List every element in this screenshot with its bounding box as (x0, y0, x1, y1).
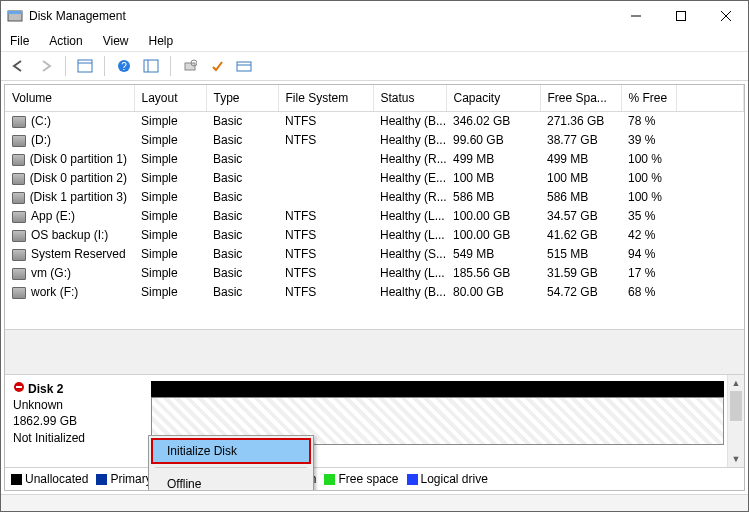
table-row[interactable]: (D:)SimpleBasicNTFSHealthy (B...99.60 GB… (5, 131, 744, 150)
cell-type: Basic (206, 169, 278, 188)
cell-pct: 100 % (621, 188, 676, 207)
table-row[interactable]: OS backup (I:)SimpleBasicNTFSHealthy (L.… (5, 226, 744, 245)
cell-capacity: 100.00 GB (446, 207, 540, 226)
minimize-button[interactable] (613, 1, 658, 31)
cell-free: 34.57 GB (540, 207, 621, 226)
cell-layout: Simple (134, 245, 206, 264)
scroll-down-button[interactable]: ▼ (728, 451, 744, 467)
disk-graphical-view: Disk 2 Unknown 1862.99 GB Not Initialize… (5, 374, 744, 467)
scroll-up-button[interactable]: ▲ (728, 375, 744, 391)
cell-status: Healthy (B... (373, 112, 446, 132)
volume-icon (12, 268, 26, 280)
cell-pct: 94 % (621, 245, 676, 264)
cell-capacity: 100.00 GB (446, 226, 540, 245)
cell-status: Healthy (R... (373, 188, 446, 207)
table-row[interactable]: App (E:)SimpleBasicNTFSHealthy (L...100.… (5, 207, 744, 226)
cell-free: 586 MB (540, 188, 621, 207)
cell-volume: System Reserved (5, 245, 134, 264)
window-title: Disk Management (29, 9, 613, 23)
table-row[interactable]: (C:)SimpleBasicNTFSHealthy (B...346.02 G… (5, 112, 744, 132)
maximize-button[interactable] (658, 1, 703, 31)
table-row[interactable]: (Disk 0 partition 2)SimpleBasicHealthy (… (5, 169, 744, 188)
cell-status: Healthy (B... (373, 283, 446, 302)
col-layout[interactable]: Layout (134, 85, 206, 112)
menu-file[interactable]: File (7, 33, 32, 49)
cell-pct: 17 % (621, 264, 676, 283)
table-row[interactable]: work (F:)SimpleBasicNTFSHealthy (B...80.… (5, 283, 744, 302)
menu-item-initialize-disk[interactable]: Initialize Disk (151, 438, 311, 464)
col-capacity[interactable]: Capacity (446, 85, 540, 112)
cell-layout: Simple (134, 169, 206, 188)
col-free[interactable]: Free Spa... (540, 85, 621, 112)
cell-layout: Simple (134, 264, 206, 283)
cell-free: 271.36 GB (540, 112, 621, 132)
cell-status: Healthy (R... (373, 150, 446, 169)
cell-capacity: 549 MB (446, 245, 540, 264)
more-button[interactable] (232, 54, 256, 78)
disk-name: Disk 2 (13, 381, 143, 397)
table-row[interactable]: (Disk 0 partition 1)SimpleBasicHealthy (… (5, 150, 744, 169)
col-fs[interactable]: File System (278, 85, 373, 112)
disk-info-pane[interactable]: Disk 2 Unknown 1862.99 GB Not Initialize… (5, 375, 151, 467)
splitter[interactable] (5, 330, 744, 374)
col-pct[interactable]: % Free (621, 85, 676, 112)
volume-icon (12, 173, 25, 185)
cell-type: Basic (206, 245, 278, 264)
app-icon (7, 8, 23, 24)
cell-volume: App (E:) (5, 207, 134, 226)
scrollbar-vertical[interactable]: ▲ ▼ (727, 375, 744, 467)
menu-action[interactable]: Action (46, 33, 85, 49)
svg-rect-10 (144, 60, 158, 72)
cell-status: Healthy (E... (373, 169, 446, 188)
cell-capacity: 99.60 GB (446, 131, 540, 150)
statusbar (1, 494, 748, 511)
cell-status: Healthy (B... (373, 131, 446, 150)
cell-fs (278, 169, 373, 188)
col-type[interactable]: Type (206, 85, 278, 112)
context-menu: Initialize Disk Offline Properties Help (148, 435, 314, 491)
back-button[interactable] (7, 54, 31, 78)
cell-type: Basic (206, 207, 278, 226)
refresh-button[interactable] (178, 54, 202, 78)
close-button[interactable] (703, 1, 748, 31)
cell-fs: NTFS (278, 226, 373, 245)
help-button[interactable]: ? (112, 54, 136, 78)
cell-free: 515 MB (540, 245, 621, 264)
menu-view[interactable]: View (100, 33, 132, 49)
window: Disk Management File Action View Help ? (0, 0, 749, 512)
table-row[interactable]: System ReservedSimpleBasicNTFSHealthy (S… (5, 245, 744, 264)
cell-fs: NTFS (278, 245, 373, 264)
col-status[interactable]: Status (373, 85, 446, 112)
table-row[interactable]: vm (G:)SimpleBasicNTFSHealthy (L...185.5… (5, 264, 744, 283)
cell-pct: 100 % (621, 169, 676, 188)
cell-status: Healthy (L... (373, 264, 446, 283)
cell-layout: Simple (134, 150, 206, 169)
cell-volume: work (F:) (5, 283, 134, 302)
cell-type: Basic (206, 112, 278, 132)
cell-capacity: 80.00 GB (446, 283, 540, 302)
cell-fs: NTFS (278, 264, 373, 283)
col-volume[interactable]: Volume (5, 85, 134, 112)
cell-layout: Simple (134, 112, 206, 132)
volume-icon (12, 135, 26, 147)
cell-capacity: 346.02 GB (446, 112, 540, 132)
scroll-thumb[interactable] (730, 391, 742, 421)
cell-pct: 78 % (621, 112, 676, 132)
menu-separator (155, 467, 307, 468)
cell-status: Healthy (S... (373, 245, 446, 264)
action-list-button[interactable] (205, 54, 229, 78)
cell-pct: 68 % (621, 283, 676, 302)
show-hide-button[interactable] (73, 54, 97, 78)
legend-unallocated: Unallocated (11, 472, 88, 486)
forward-button[interactable] (34, 54, 58, 78)
svg-text:?: ? (121, 61, 127, 72)
menu-help[interactable]: Help (146, 33, 177, 49)
cell-free: 100 MB (540, 169, 621, 188)
menubar: File Action View Help (1, 31, 748, 52)
cell-capacity: 499 MB (446, 150, 540, 169)
cell-layout: Simple (134, 226, 206, 245)
table-row[interactable]: (Disk 1 partition 3)SimpleBasicHealthy (… (5, 188, 744, 207)
window-controls (613, 1, 748, 31)
settings-button[interactable] (139, 54, 163, 78)
menu-item-offline[interactable]: Offline (151, 471, 311, 491)
